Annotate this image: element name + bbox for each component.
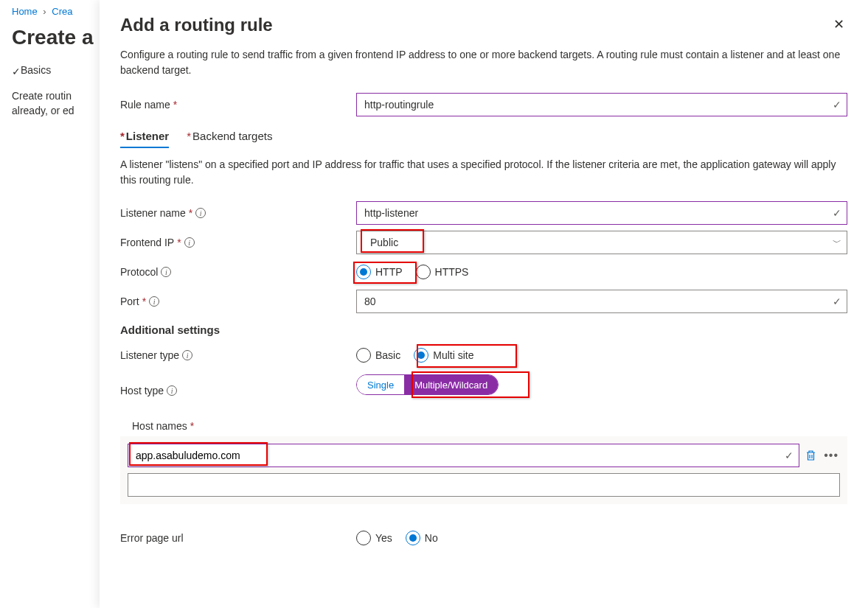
host-names-area: ✓ ••• [120, 436, 847, 504]
host-names-label: Host names* [120, 420, 356, 432]
host-type-multiple[interactable]: Multiple/Wildcard [404, 375, 498, 394]
listener-name-label: Listener name* i [120, 207, 356, 219]
info-icon[interactable]: i [184, 237, 195, 248]
info-icon[interactable]: i [182, 350, 192, 360]
panel-description: Configure a routing rule to send traffic… [120, 47, 847, 78]
breadcrumb-create-link[interactable]: Crea [52, 6, 72, 17]
tab-backend-targets[interactable]: *Backend targets [187, 127, 272, 147]
rule-name-input[interactable] [356, 93, 847, 116]
listener-type-multi-label: Multi site [433, 349, 473, 361]
frontend-ip-label: Frontend IP* i [120, 237, 356, 248]
delete-host-button[interactable] [804, 448, 818, 463]
protocol-https-label: HTTPS [435, 266, 469, 278]
listener-type-label: Listener type i [120, 349, 356, 361]
listener-type-basic-radio[interactable]: Basic [356, 348, 400, 363]
more-options-button[interactable]: ••• [822, 449, 840, 462]
error-page-yes-label: Yes [375, 532, 392, 544]
host-name-input-0[interactable] [128, 444, 799, 467]
tab-listener[interactable]: *Listener [120, 127, 169, 147]
protocol-https-radio[interactable]: HTTPS [416, 265, 469, 279]
additional-settings-heading: Additional settings [120, 324, 847, 336]
info-icon[interactable]: i [195, 208, 206, 218]
info-icon[interactable]: i [149, 296, 159, 307]
host-type-single[interactable]: Single [357, 375, 404, 394]
close-icon: ✕ [833, 17, 844, 32]
error-page-no-radio[interactable]: No [406, 531, 438, 545]
listener-type-multi-radio[interactable]: Multi site [414, 348, 473, 363]
host-type-toggle: Single Multiple/Wildcard [356, 374, 499, 395]
listener-type-basic-label: Basic [375, 349, 400, 361]
info-icon[interactable]: i [161, 267, 171, 277]
protocol-label: Protocol i [120, 266, 356, 278]
trash-icon [805, 450, 816, 461]
rule-name-label: Rule name* [120, 99, 356, 111]
breadcrumb-home-link[interactable]: Home [12, 6, 38, 17]
info-icon[interactable]: i [167, 385, 177, 396]
close-button[interactable]: ✕ [830, 15, 847, 34]
protocol-http-label: HTTP [375, 266, 403, 278]
frontend-ip-select[interactable] [356, 231, 847, 254]
chevron-right-icon: › [43, 6, 46, 17]
host-name-input-1[interactable] [128, 473, 840, 497]
host-type-label: Host type i [120, 385, 356, 396]
panel-title: Add a routing rule [120, 15, 847, 35]
checkmark-icon: ✓ [12, 66, 21, 77]
error-page-yes-radio[interactable]: Yes [356, 531, 392, 545]
port-label: Port* i [120, 296, 356, 307]
port-input[interactable] [356, 290, 847, 313]
error-page-no-label: No [425, 532, 438, 544]
protocol-http-radio[interactable]: HTTP [356, 265, 403, 279]
listener-name-input[interactable] [356, 201, 847, 225]
error-page-url-label: Error page url [120, 532, 356, 544]
routing-rule-panel: ✕ Add a routing rule Configure a routing… [100, 0, 868, 608]
listener-description: A listener "listens" on a specified port… [120, 157, 847, 188]
basics-step-label: Basics [21, 64, 51, 76]
